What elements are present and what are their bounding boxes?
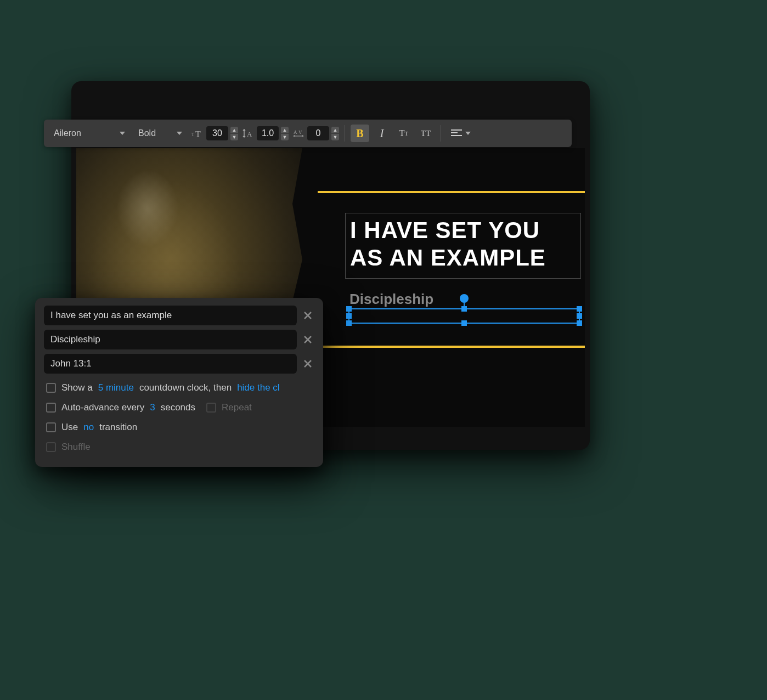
text-format-toolbar: Aileron Bold TT 30 ▲ ▼ A 1.0 ▲ ▼ AV [44, 120, 572, 147]
resize-handle-top-left[interactable] [346, 306, 352, 312]
title-text-box[interactable]: I HAVE SET YOU AS AN EXAMPLE [345, 213, 581, 279]
resize-handle-mid-right[interactable] [577, 313, 582, 319]
close-icon [303, 359, 312, 368]
line-height-down[interactable]: ▼ [281, 134, 289, 140]
subtitle-field[interactable]: Discipleship [44, 330, 297, 349]
slide-settings-panel: I have set you as an example Discipleshi… [35, 298, 323, 467]
line-height-input[interactable]: 1.0 [257, 126, 279, 140]
repeat-label: Repeat [222, 402, 252, 413]
svg-text:A: A [247, 130, 252, 138]
repeat-checkbox[interactable] [206, 403, 216, 413]
resize-handle-mid-left[interactable] [346, 313, 352, 319]
resize-handle-top-mid[interactable] [461, 306, 467, 312]
slide-subtitle-text: Discipleship [349, 291, 433, 308]
font-size-up[interactable]: ▲ [230, 127, 238, 133]
countdown-option: Show a 5 minute countdown clock, then hi… [44, 378, 314, 398]
accent-line-top [318, 191, 585, 193]
rotation-handle[interactable] [460, 294, 469, 303]
line-height-stepper: ▲ ▼ [281, 126, 289, 141]
text-case-upper-button[interactable]: TT [416, 125, 435, 142]
selected-text-element[interactable] [348, 308, 580, 324]
italic-button[interactable]: I [373, 125, 391, 142]
letter-spacing-control: AV 0 ▲ ▼ [291, 126, 339, 141]
countdown-checkbox[interactable] [46, 383, 56, 393]
clear-reference-button[interactable] [301, 357, 314, 370]
svg-text:A: A [294, 129, 297, 135]
align-left-icon [451, 129, 462, 138]
autoadvance-checkbox[interactable] [46, 403, 56, 413]
font-family-value: Aileron [54, 128, 81, 138]
clear-title-button[interactable] [301, 309, 314, 322]
autoadvance-label-prefix: Auto-advance every [61, 402, 144, 413]
toolbar-divider [441, 125, 441, 142]
text-field-row: John 13:1 [44, 354, 314, 374]
title-field[interactable]: I have set you as an example [44, 306, 297, 325]
chevron-down-icon [120, 132, 125, 135]
close-icon [303, 335, 312, 344]
font-size-stepper: ▲ ▼ [230, 126, 238, 141]
countdown-label-mid: countdown clock, then [139, 382, 232, 393]
svg-text:V: V [298, 129, 302, 135]
text-style-buttons: B I TT TT [351, 125, 435, 142]
autoadvance-seconds-link[interactable]: 3 [150, 402, 155, 413]
shuffle-checkbox[interactable] [46, 442, 56, 452]
font-weight-dropdown[interactable]: Bold [133, 125, 188, 142]
shuffle-label: Shuffle [61, 442, 91, 453]
letter-spacing-icon: AV [291, 126, 306, 141]
bold-button[interactable]: B [351, 125, 369, 142]
text-case-mixed-button[interactable]: TT [394, 125, 413, 142]
transition-label-prefix: Use [61, 422, 78, 433]
line-height-up[interactable]: ▲ [281, 127, 289, 133]
accent-line-bottom [318, 346, 585, 348]
letter-spacing-input[interactable]: 0 [307, 126, 329, 140]
resize-handle-bottom-mid[interactable] [461, 320, 467, 326]
resize-handle-bottom-right[interactable] [577, 320, 582, 326]
font-size-icon: TT [190, 126, 205, 141]
countdown-action-link[interactable]: hide the cl [237, 382, 280, 393]
countdown-label-prefix: Show a [61, 382, 93, 393]
countdown-duration-link[interactable]: 5 minute [98, 382, 134, 393]
text-field-row: I have set you as an example [44, 306, 314, 325]
letter-spacing-down[interactable]: ▼ [331, 134, 339, 140]
shuffle-option: Shuffle [44, 437, 314, 457]
font-family-dropdown[interactable]: Aileron [48, 125, 131, 142]
resize-handle-bottom-left[interactable] [346, 320, 352, 326]
chevron-down-icon [177, 132, 182, 135]
svg-text:T: T [191, 132, 194, 137]
letter-spacing-up[interactable]: ▲ [331, 127, 339, 133]
font-size-down[interactable]: ▼ [230, 134, 238, 140]
autoadvance-label-suffix: seconds [161, 402, 195, 413]
transition-option: Use no transition [44, 417, 314, 437]
resize-handle-top-right[interactable] [577, 306, 582, 312]
letter-spacing-stepper: ▲ ▼ [331, 126, 339, 141]
line-height-icon: A [240, 126, 256, 141]
slide-title-text: I HAVE SET YOU AS AN EXAMPLE [350, 217, 576, 272]
reference-field[interactable]: John 13:1 [44, 354, 297, 374]
clear-subtitle-button[interactable] [301, 333, 314, 346]
transition-type-link[interactable]: no [83, 422, 94, 433]
svg-text:T: T [195, 129, 201, 138]
autoadvance-option: Auto-advance every 3 seconds Repeat [44, 398, 314, 417]
close-icon [303, 311, 312, 320]
transition-label-suffix: transition [99, 422, 137, 433]
toolbar-divider [345, 125, 345, 142]
font-size-control: TT 30 ▲ ▼ [190, 126, 238, 141]
text-field-row: Discipleship [44, 330, 314, 349]
line-height-control: A 1.0 ▲ ▼ [240, 126, 289, 141]
font-weight-value: Bold [138, 128, 156, 138]
transition-checkbox[interactable] [46, 422, 56, 432]
text-align-dropdown[interactable] [447, 127, 475, 140]
font-size-input[interactable]: 30 [206, 126, 228, 140]
chevron-down-icon [465, 132, 471, 135]
